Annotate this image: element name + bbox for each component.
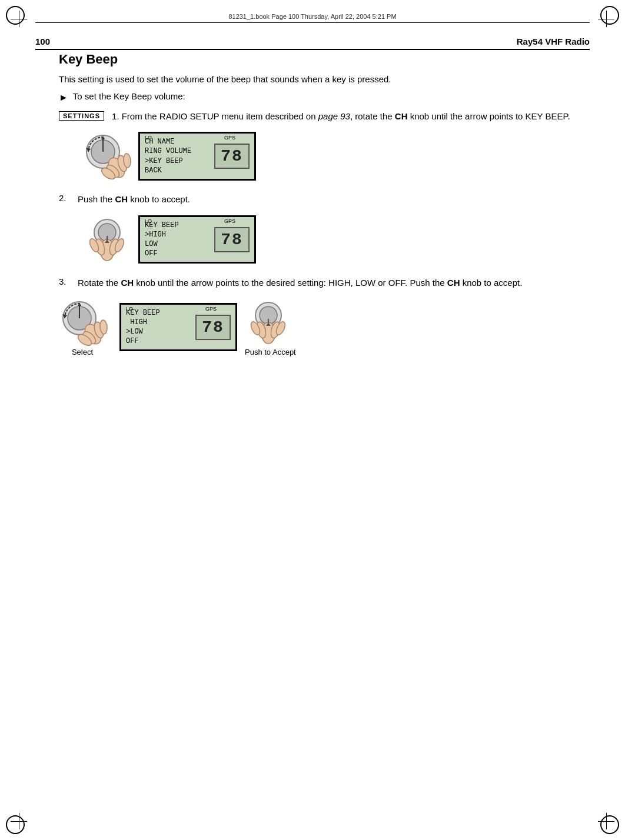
lcd2-seg-number: 78 [214,227,250,252]
arrow-instruction: ► To set the Key Beep volume: [59,91,578,103]
lcd2-number-col: 78 [211,221,250,259]
lcd3-row-1: KEY BEEP [126,308,190,318]
step-3-text: Rotate the CH knob until the arrow point… [78,276,578,290]
lcd3-inner: KEY BEEP HIGH >LOW OFF 78 [126,308,231,346]
arrow-icon: ► [59,92,68,103]
section-heading: Key Beep [59,52,578,67]
page-header: 100 Ray54 VHF Radio [35,36,590,50]
step-3-bold2: CH [447,278,460,288]
lcd2-gps: GPS [224,218,235,224]
top-metadata-bar: 81231_1.book Page 100 Thursday, April 22… [35,13,590,23]
step-1-pageref: page 93 [318,111,350,121]
lcd1-gps: GPS [224,135,235,141]
lcd-display-2: LO GPS KEY BEEP >HIGH LOW OFF 78 [138,215,256,264]
step-1-text: 1. From the RADIO SETUP menu item descri… [112,110,578,124]
step-1-bold: CH [395,111,408,121]
lcd2-row-1: KEY BEEP [145,221,208,230]
page-number: 100 [35,36,50,46]
select-label: Select [72,348,93,356]
lcd3-row-2: HIGH [126,318,190,327]
step-1-end: knob until the arrow points to KEY BEEP. [408,111,570,121]
lcd2-row-3: LOW [145,239,208,249]
settings-badge: SETTINGS [59,111,104,121]
device-illustration-3: Select LO GPS KEY BEEP HIGH >LOW OFF 78 [59,298,578,356]
lcd3-seg-number: 78 [195,315,231,340]
device-illustration-2: LO GPS KEY BEEP >HIGH LOW OFF 78 [82,215,578,265]
crosshair-tl [11,11,27,27]
step-1: SETTINGS 1. From the RADIO SETUP menu it… [59,110,578,124]
step-3-bold1: CH [121,278,134,288]
arrow-text: To set the Key Beep volume: [73,91,185,101]
step-2-bold: CH [115,194,128,204]
lcd-display-1: LO GPS CH NAME RING VOLUME >KEY BEEP BAC… [138,132,256,181]
lcd1-seg-number: 78 [214,144,250,169]
knob-push-icon-1 [82,215,132,265]
crosshair-bl [11,813,27,829]
file-info: 81231_1.book Page 100 Thursday, April 22… [35,13,590,20]
settings-badge-container: SETTINGS [59,110,112,121]
main-content: Key Beep This setting is used to set the… [59,52,578,368]
lcd1-lo: LO [145,135,152,141]
knob-push-accept-icon [244,298,294,348]
device-illustration-1: LO GPS CH NAME RING VOLUME >KEY BEEP BAC… [82,131,578,181]
step-1-post: , rotate the [350,111,395,121]
book-title: Ray54 VHF Radio [517,36,590,46]
intro-paragraph: This setting is used to set the volume o… [59,73,578,86]
step-2: 2. Push the CH knob to accept. [59,193,578,206]
lcd3-number-col: 78 [192,308,231,346]
push-label: Push to Accept [245,348,296,356]
lcd2-row-4: OFF [145,249,208,258]
step-3: 3. Rotate the CH knob until the arrow po… [59,276,578,290]
lcd2-inner: KEY BEEP >HIGH LOW OFF 78 [145,221,250,259]
lcd3-gps: GPS [205,306,217,312]
lcd3-row-4: OFF [126,336,190,346]
knob-rotate-select-icon [59,298,109,348]
lcd1-text: CH NAME RING VOLUME >KEY BEEP BACK [145,137,208,175]
crosshair-br [598,813,614,829]
step-1-pre: From the RADIO SETUP menu item described… [122,111,318,121]
lcd3-row-3: >LOW [126,327,190,336]
push-group: Push to Accept [242,298,296,356]
step-2-text: Push the CH knob to accept. [78,193,578,206]
crosshair-tr [598,11,614,27]
lcd1-row-4: BACK [145,166,208,175]
lcd-display-3: LO GPS KEY BEEP HIGH >LOW OFF 78 [119,303,237,352]
lcd3-lo: LO [126,306,133,312]
lcd1-row-1: CH NAME [145,137,208,146]
step-2-number: 2. [59,193,78,203]
lcd2-row-2: >HIGH [145,230,208,239]
lcd1-row-2: RING VOLUME [145,146,208,156]
lcd2-text: KEY BEEP >HIGH LOW OFF [145,221,208,259]
steps-container: SETTINGS 1. From the RADIO SETUP menu it… [59,110,578,357]
step-1-number: 1. [112,111,122,121]
lcd1-inner: CH NAME RING VOLUME >KEY BEEP BACK 78 [145,137,250,175]
lcd3-text: KEY BEEP HIGH >LOW OFF [126,308,190,346]
knob-rotate-icon [82,131,132,181]
select-group: Select [59,298,109,356]
lcd1-row-3: >KEY BEEP [145,156,208,166]
lcd2-lo: LO [145,218,152,224]
lcd1-number-col: 78 [211,137,250,175]
step-3-number: 3. [59,276,78,286]
